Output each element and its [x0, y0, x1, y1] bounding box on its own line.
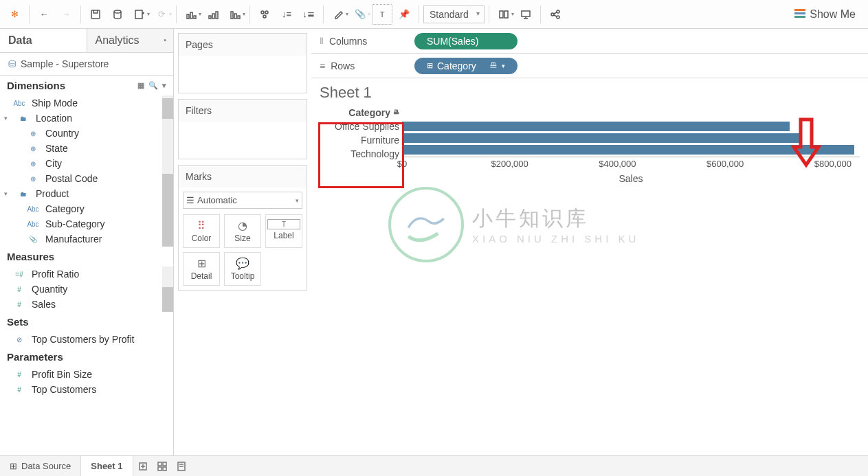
mark-type-dropdown[interactable]: ☰ Automatic [183, 192, 302, 209]
category-axis-header[interactable]: Category ≞ [320, 104, 402, 120]
measures-section-header: Measures [0, 247, 173, 267]
x-axis-label: Sales [402, 173, 860, 184]
size-icon: ◔ [226, 219, 259, 232]
size-mark-button[interactable]: ◔Size [224, 214, 261, 248]
color-icon: ⠿ [185, 219, 218, 232]
bar-icon: ☰ [186, 195, 194, 205]
group-button[interactable] [254, 4, 275, 25]
label-icon: T [267, 219, 300, 229]
svg-rect-15 [500, 11, 503, 18]
columns-pill-sum-sales[interactable]: SUM(Sales) [414, 33, 518, 49]
data-tab[interactable]: Data [0, 29, 87, 52]
share-button[interactable] [545, 4, 566, 25]
pill-dim-icon: ⊞ [427, 61, 433, 70]
watermark: 小牛知识库 XIAO NIU ZHI SHI KU [388, 187, 639, 262]
pin-button[interactable]: 📌 [394, 4, 414, 25]
svg-rect-24 [158, 467, 162, 471]
svg-point-19 [557, 10, 559, 13]
sheet-title[interactable]: Sheet 1 [320, 84, 860, 102]
svg-rect-25 [163, 467, 166, 471]
fit-dropdown[interactable]: Standard [423, 5, 485, 23]
forward-button[interactable]: → [56, 4, 76, 25]
analytics-tab[interactable]: Analytics [87, 29, 174, 52]
detail-icon: ⊞ [185, 257, 218, 270]
parameters-section-header: Parameters [0, 347, 173, 367]
dimension-item[interactable]: ⊕Postal Code [0, 171, 173, 186]
sort-indicator-icon: ≞ [489, 60, 498, 71]
dimension-item[interactable]: 📎Manufacturer [0, 231, 173, 247]
svg-point-12 [261, 11, 264, 14]
data-source-item[interactable]: ⛁ Sample - Superstore [0, 53, 173, 76]
data-source-tab[interactable]: ⊞ Data Source [0, 456, 81, 476]
new-dashboard-button[interactable] [153, 456, 172, 476]
presentation-button[interactable] [515, 4, 536, 25]
parameter-item[interactable]: #Top Customers [0, 382, 173, 397]
tooltip-icon: 💬 [226, 257, 259, 270]
show-me-button[interactable]: Show Me [794, 8, 864, 21]
svg-point-14 [263, 15, 266, 18]
rows-pill-category[interactable]: ⊞ Category ≞ ▾ [414, 58, 518, 74]
dimension-item[interactable]: ▾🖿Product [0, 186, 173, 201]
svg-rect-0 [91, 10, 100, 19]
svg-rect-23 [163, 462, 166, 466]
sort-asc-button[interactable] [203, 4, 223, 25]
sets-section-header: Sets [0, 312, 173, 332]
svg-rect-8 [216, 12, 218, 19]
sheet1-tab[interactable]: Sheet 1 [81, 456, 133, 476]
dimension-item[interactable]: AbcSub-Category [0, 216, 173, 231]
svg-rect-7 [212, 14, 214, 19]
dimension-item[interactable]: ⊕Country [0, 126, 173, 141]
rows-shelf[interactable]: ≡Rows ⊞ Category ≞ ▾ [311, 54, 868, 78]
annotation-red-arrow-icon [791, 117, 821, 171]
svg-rect-16 [504, 11, 508, 18]
back-button[interactable]: ← [34, 4, 54, 25]
svg-point-18 [551, 13, 554, 16]
svg-rect-9 [231, 12, 233, 19]
columns-shelf[interactable]: ⦀Columns SUM(Sales) [311, 29, 868, 54]
measure-item[interactable]: #Sales [0, 297, 173, 312]
new-story-button[interactable] [172, 456, 191, 476]
bar[interactable] [402, 122, 790, 131]
svg-rect-10 [234, 14, 236, 19]
measure-item[interactable]: #Quantity [0, 282, 173, 297]
color-mark-button[interactable]: ⠿Color [183, 214, 220, 248]
axis-tick: $600,000 [706, 159, 744, 169]
new-sheet-button[interactable] [133, 456, 153, 476]
new-datasource-button[interactable] [107, 4, 128, 25]
datasource-icon: ⛁ [8, 58, 16, 69]
axis-tick: $200,000 [491, 159, 528, 169]
dimensions-section-header: Dimensions ▦🔍▾ [0, 76, 173, 95]
parameter-item[interactable]: #Profit Bin Size [0, 367, 173, 382]
svg-rect-17 [522, 11, 530, 16]
filters-shelf[interactable]: Filters [178, 99, 307, 159]
bar[interactable] [402, 133, 801, 143]
shelf-cards: Pages Filters Marks ☰ Automatic ⠿Color ◔… [174, 29, 311, 455]
tableau-logo-icon[interactable]: ✻ [4, 4, 25, 25]
search-icon[interactable]: 🔍 [148, 81, 158, 90]
dimension-item[interactable]: ⊕State [0, 141, 173, 156]
view-icon[interactable]: ▦ [137, 81, 144, 90]
detail-mark-button[interactable]: ⊞Detail [183, 252, 220, 286]
dimension-item[interactable]: AbcCategory [0, 201, 173, 216]
text-label-button[interactable]: T [372, 4, 392, 25]
svg-point-1 [114, 10, 121, 13]
bar[interactable] [402, 145, 854, 155]
save-button[interactable] [85, 4, 106, 25]
dimension-item[interactable]: ⊕City [0, 156, 173, 171]
tooltip-mark-button[interactable]: 💬Tooltip [224, 252, 261, 286]
datasource-tab-icon: ⊞ [10, 461, 17, 471]
dimension-item[interactable]: ▾🖿Location [0, 111, 173, 126]
show-me-icon [794, 9, 805, 20]
top-toolbar: ✻ ← → ▾ ⟳ ▾ ▾ ▾ ↓≡ ↓≣ ▾ 📎 ▾ T 📌 Standard… [0, 0, 868, 29]
axis-tick: $400,000 [599, 159, 636, 169]
sort-z-button[interactable]: ↓≡ [276, 4, 297, 25]
pages-shelf[interactable]: Pages [178, 33, 307, 93]
columns-icon: ⦀ [320, 35, 324, 47]
sort-a-button[interactable]: ↓≣ [298, 4, 319, 25]
svg-point-20 [557, 16, 559, 19]
label-mark-button[interactable]: TLabel [265, 214, 302, 248]
svg-rect-6 [209, 16, 211, 19]
dimension-item[interactable]: AbcShip Mode [0, 95, 173, 111]
measure-item[interactable]: =#Profit Ratio [0, 267, 173, 282]
set-item[interactable]: ⊘Top Customers by Profit [0, 332, 173, 347]
